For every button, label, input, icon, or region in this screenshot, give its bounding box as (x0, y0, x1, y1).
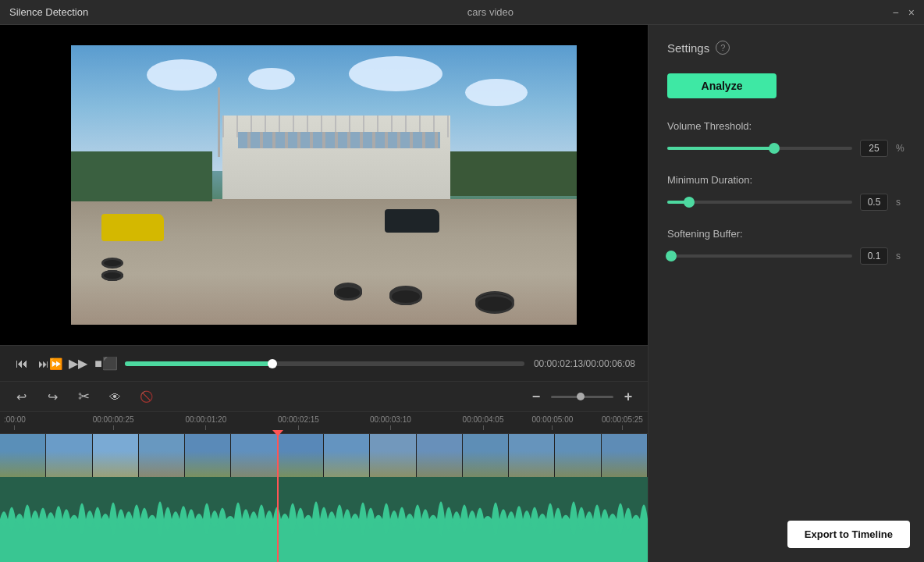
zoom-out-button[interactable]: − (528, 388, 545, 405)
minimum-duration-slider[interactable] (667, 201, 852, 204)
thumbnail-strip (0, 434, 648, 477)
thumb-12 (509, 434, 555, 477)
step-forward-button[interactable]: ⏩ (41, 354, 59, 373)
ruler-mark-2: 00:00:01:20 (185, 415, 226, 430)
thumb-4 (139, 434, 185, 477)
thumb-13 (555, 434, 601, 477)
timeline-tools-left: ↩ ↪ ✂ 👁 🚫 (11, 386, 156, 407)
minimum-duration-label: Minimum Duration: (667, 174, 905, 186)
app-title: Silence Detection (9, 6, 88, 18)
yellow-car (101, 214, 164, 241)
volume-threshold-unit: % (896, 143, 905, 154)
minimum-duration-group: Minimum Duration: 0.5 s (667, 174, 905, 211)
volume-threshold-thumb[interactable] (769, 143, 780, 154)
cloud-1 (147, 59, 217, 91)
ruler-mark-3: 00:00:02:15 (278, 415, 319, 430)
trees-left (71, 151, 212, 201)
minimum-duration-row: 0.5 s (667, 194, 905, 211)
thumb-2 (46, 434, 92, 477)
progress-fill (125, 361, 272, 366)
softening-buffer-row: 0.1 s (667, 247, 905, 265)
redo-button[interactable]: ↪ (42, 386, 62, 407)
time-display: 00:00:02:13/00:00:06:08 (534, 358, 635, 369)
thumb-1 (0, 434, 46, 477)
thumb-5 (185, 434, 231, 477)
progress-bar[interactable] (125, 361, 524, 366)
volume-threshold-label: Volume Threshold: (667, 120, 905, 132)
analyze-button[interactable]: Analyze (667, 73, 777, 98)
main-layout: ⏩ ▶ ⬛ 00:00:02:13/00:00:06:08 ↩ ↪ ✂ 👁 🚫 … (0, 25, 924, 562)
minimum-duration-thumb[interactable] (684, 197, 695, 208)
settings-label: Settings (667, 41, 709, 55)
info-icon[interactable]: ? (716, 41, 730, 55)
softening-buffer-label: Softening Buffer: (667, 228, 905, 240)
softening-buffer-slider[interactable] (667, 254, 852, 258)
volume-threshold-slider[interactable] (667, 147, 852, 150)
ruler-mark-0: :00:00 (4, 415, 26, 430)
video-frame (71, 45, 577, 325)
thumb-9 (370, 434, 416, 477)
thumb-8 (324, 434, 370, 477)
ruler-mark-6: 00:00:05:00 (531, 415, 573, 430)
close-button[interactable]: × (908, 7, 915, 18)
thumb-10 (417, 434, 463, 477)
pole (218, 87, 220, 158)
video-track[interactable] (0, 434, 648, 477)
window-title: cars video (467, 6, 514, 18)
zoom-slider[interactable] (551, 396, 613, 398)
export-to-timeline-button[interactable]: Export to Timeline (787, 521, 910, 548)
left-panel: ⏩ ▶ ⬛ 00:00:02:13/00:00:06:08 ↩ ↪ ✂ 👁 🚫 … (0, 25, 648, 562)
softening-buffer-unit: s (896, 251, 905, 261)
zoom-in-button[interactable]: + (620, 388, 637, 405)
ruler-mark-1: 00:00:00:25 (93, 415, 134, 430)
minimum-duration-unit: s (896, 197, 905, 208)
softening-buffer-thumb[interactable] (666, 251, 677, 261)
softening-buffer-group: Softening Buffer: 0.1 s (667, 228, 905, 265)
cloud-4 (465, 79, 528, 106)
ruler-mark-5: 00:00:04:05 (463, 415, 504, 430)
audio-track[interactable] (0, 477, 648, 562)
stop-button[interactable]: ⬛ (97, 354, 116, 373)
minimum-duration-value[interactable]: 0.5 (860, 194, 888, 211)
undo-button[interactable]: ↩ (11, 386, 31, 407)
thumb-11 (463, 434, 509, 477)
volume-threshold-value[interactable]: 25 (860, 140, 888, 157)
timeline-ruler: :00:00 00:00:00:25 00:00:01:20 00:00:02:… (0, 412, 648, 434)
eye-button[interactable]: 👁 (105, 386, 125, 407)
zoom-handle[interactable] (577, 393, 585, 400)
thumb-6 (231, 434, 277, 477)
building-windows (238, 132, 440, 148)
dark-car (385, 209, 439, 233)
video-area (0, 25, 648, 345)
skip-back-button[interactable] (12, 354, 31, 373)
thumb-7 (278, 434, 324, 477)
ruler-mark-7: 00:00:05:25 (602, 415, 643, 430)
thumb-3 (93, 434, 139, 477)
cloud-2 (248, 68, 295, 90)
thumb-14 (602, 434, 648, 477)
minimize-button[interactable]: − (893, 7, 899, 18)
timeline-tracks (0, 434, 648, 562)
volume-threshold-group: Volume Threshold: 25 % (667, 120, 905, 157)
tire-stack-left (101, 258, 123, 269)
eye-off-button[interactable]: 🚫 (136, 386, 156, 407)
trees-right (450, 151, 577, 196)
volume-threshold-row: 25 % (667, 140, 905, 157)
ruler-mark-4: 00:00:03:10 (370, 415, 411, 430)
progress-thumb[interactable] (268, 359, 277, 368)
timeline-area: :00:00 00:00:00:25 00:00:01:20 00:00:02:… (0, 412, 648, 562)
timeline-toolbar: ↩ ↪ ✂ 👁 🚫 − + (0, 381, 648, 412)
title-bar: Silence Detection cars video − × (0, 0, 924, 25)
softening-buffer-value[interactable]: 0.1 (860, 247, 888, 265)
right-panel: Settings ? Analyze Volume Threshold: 25 … (648, 25, 924, 562)
window-controls: − × (893, 7, 915, 18)
scissors-button[interactable]: ✂ (73, 386, 94, 407)
audio-waveform-svg (0, 477, 648, 562)
settings-header: Settings ? (667, 41, 905, 55)
volume-threshold-fill (667, 147, 774, 150)
play-button[interactable]: ▶ (69, 354, 87, 373)
timeline-tools-right: − + (528, 388, 637, 405)
playback-controls: ⏩ ▶ ⬛ 00:00:02:13/00:00:06:08 (0, 345, 648, 381)
